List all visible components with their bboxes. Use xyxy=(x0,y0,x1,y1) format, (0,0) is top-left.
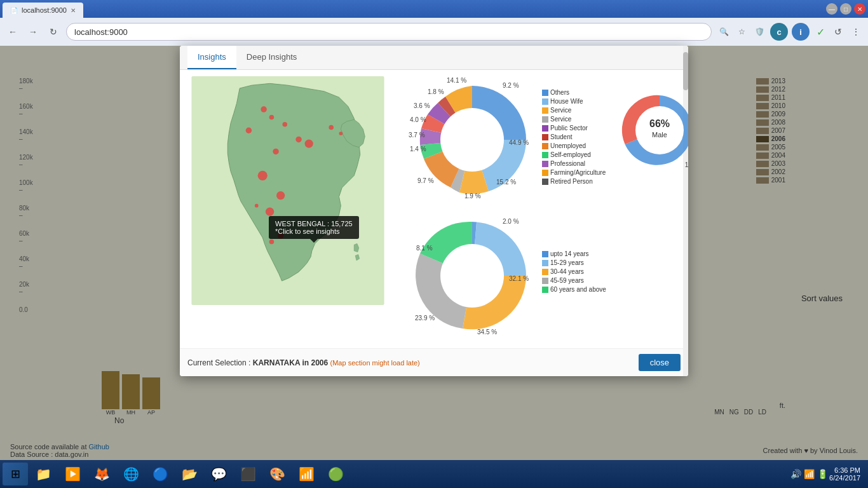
user-i-icon[interactable]: i xyxy=(792,23,810,41)
india-map-svg[interactable] xyxy=(186,76,390,305)
legend-others: Others xyxy=(550,89,569,96)
tab-close-icon[interactable]: ✕ xyxy=(71,7,76,14)
refresh-icon[interactable]: ↺ xyxy=(831,25,845,39)
male-count: 12,212 xyxy=(685,161,688,168)
charts-area: 9.2 % 44.9 % 15.2 % 1.9 % 9.7 % 1.4 % 3.… xyxy=(409,76,688,342)
svg-point-12 xyxy=(329,125,334,130)
current-selection-label: Current Selection : xyxy=(187,358,250,367)
modal-overlay: Insights Deep Insights xyxy=(0,46,868,460)
taskbar-terminal[interactable]: ⬛ xyxy=(234,463,262,485)
svg-text:15.2 %: 15.2 % xyxy=(496,179,516,186)
system-tray: 🔊 📶 🔋 xyxy=(790,469,828,479)
taskbar-time: 6:36 PM 6/24/2017 xyxy=(829,466,865,482)
svg-point-27 xyxy=(635,106,684,154)
menu-icon[interactable]: ⋮ xyxy=(849,25,863,39)
address-input[interactable] xyxy=(66,23,712,41)
svg-text:1.8 %: 1.8 % xyxy=(428,88,444,95)
svg-text:3.6 %: 3.6 % xyxy=(414,102,430,109)
svg-point-14 xyxy=(255,204,259,208)
tab-insights[interactable]: Insights xyxy=(187,46,236,69)
svg-point-10 xyxy=(305,139,313,147)
profession-chart: 9.2 % 44.9 % 15.2 % 1.9 % 9.7 % 1.4 % 3.… xyxy=(409,76,536,206)
svg-text:2.0 %: 2.0 % xyxy=(503,218,519,225)
bottom-charts-row: 2.0 % 32.1 % 34.5 % 23.9 % 8.1 % upto 14… xyxy=(409,212,688,342)
age-legend: upto 14 years 15-29 years 30-44 years 45… xyxy=(542,212,606,293)
profession-legend: Others House Wife Service Service Public… xyxy=(542,76,606,185)
close-window-button[interactable]: ✕ xyxy=(854,3,865,15)
taskbar-media[interactable]: ▶️ xyxy=(58,463,86,485)
svg-text:Male: Male xyxy=(652,131,667,139)
svg-point-3 xyxy=(282,122,287,127)
star-icon[interactable]: ☆ xyxy=(735,25,749,39)
minimize-button[interactable]: — xyxy=(826,3,837,15)
svg-point-30 xyxy=(440,244,504,308)
search-icon[interactable]: 🔍 xyxy=(717,25,731,39)
taskbar-paint[interactable]: 🎨 xyxy=(263,463,291,485)
start-button[interactable]: ⊞ xyxy=(3,463,28,485)
reload-button[interactable]: ↻ xyxy=(46,24,61,39)
taskbar-chrome[interactable]: 🌐 xyxy=(117,463,145,485)
svg-point-9 xyxy=(269,240,275,245)
svg-text:34.5 %: 34.5 % xyxy=(477,329,497,336)
check-icon[interactable]: ✓ xyxy=(813,25,827,39)
tab-deep-insights[interactable]: Deep Insights xyxy=(236,46,308,69)
tab-favicon: 📄 xyxy=(10,7,18,14)
svg-text:32.1 %: 32.1 % xyxy=(509,275,529,282)
forward-button[interactable]: → xyxy=(25,24,41,39)
taskbar-ie[interactable]: 🔵 xyxy=(146,463,174,485)
back-button[interactable]: ← xyxy=(5,24,20,39)
scrollbar-thumb[interactable] xyxy=(683,52,688,90)
top-charts-row: 9.2 % 44.9 % 15.2 % 1.9 % 9.7 % 1.4 % 3.… xyxy=(409,76,688,206)
current-selection: Current Selection : KARNATAKA in 2006 (M… xyxy=(187,358,420,367)
svg-point-4 xyxy=(273,149,278,154)
tab-title: localhost:9000 xyxy=(22,6,67,14)
map-area: WEST BENGAL : 15,725 *Click to see insig… xyxy=(186,76,402,342)
svg-point-1 xyxy=(246,128,252,133)
volume-icon[interactable]: 🔊 xyxy=(790,469,801,479)
address-bar-row: ← → ↻ 🔍 ☆ 🛡️ c i ✓ ↺ ⋮ xyxy=(0,18,868,46)
svg-text:44.9 %: 44.9 % xyxy=(509,139,529,146)
taskbar-wifi[interactable]: 📶 xyxy=(292,463,320,485)
svg-point-11 xyxy=(295,137,301,142)
svg-text:1.4 %: 1.4 % xyxy=(410,146,426,152)
svg-text:8.1 %: 8.1 % xyxy=(416,245,433,252)
svg-point-13 xyxy=(339,132,343,135)
time-display: 6:36 PM xyxy=(829,466,860,474)
svg-text:1.9 %: 1.9 % xyxy=(465,193,481,200)
svg-point-6 xyxy=(276,191,285,200)
modal-close-button[interactable]: close xyxy=(639,354,681,371)
date-display: 6/24/2017 xyxy=(829,474,860,482)
state-dot-north[interactable] xyxy=(261,106,266,112)
main-area: Suicide statictics of India - (2001 to 2… xyxy=(0,46,868,460)
taskbar: ⊞ 📁 ▶️ 🦊 🌐 🔵 📂 💬 ⬛ 🎨 📶 🟢 🔊 📶 🔋 6:36 PM 6… xyxy=(0,460,868,488)
modal-body: WEST BENGAL : 15,725 *Click to see insig… xyxy=(180,70,688,348)
svg-text:66%: 66% xyxy=(649,118,670,129)
extension1-icon[interactable]: 🛡️ xyxy=(752,25,766,39)
current-selection-note: (Map section might load late) xyxy=(330,359,420,367)
toolbar-icons: 🔍 ☆ 🛡️ c i ✓ ↺ ⋮ xyxy=(717,23,863,41)
title-bar: 📄 localhost:9000 ✕ — □ ✕ xyxy=(0,0,868,18)
battery-icon[interactable]: 🔋 xyxy=(817,469,828,479)
age-chart: 2.0 % 32.1 % 34.5 % 23.9 % 8.1 % xyxy=(409,212,536,342)
svg-point-7 xyxy=(266,208,274,216)
taskbar-firefox[interactable]: 🦊 xyxy=(88,463,116,485)
network-icon[interactable]: 📶 xyxy=(804,469,815,479)
svg-text:23.9 %: 23.9 % xyxy=(415,315,435,322)
taskbar-explorer[interactable]: 📁 xyxy=(29,463,57,485)
maximize-button[interactable]: □ xyxy=(840,3,851,15)
svg-text:4.0 %: 4.0 % xyxy=(410,116,426,123)
gender-chart: 66% Male 12,212 xyxy=(618,89,688,172)
browser-chrome: 📄 localhost:9000 ✕ — □ ✕ ← → ↻ 🔍 ☆ 🛡️ c … xyxy=(0,0,868,46)
svg-point-15 xyxy=(440,108,504,172)
modal-footer: Current Selection : KARNATAKA in 2006 (M… xyxy=(180,348,688,376)
svg-point-2 xyxy=(269,115,275,120)
modal-tabs: Insights Deep Insights xyxy=(180,46,688,70)
svg-text:14.1 %: 14.1 % xyxy=(447,77,466,84)
taskbar-skype[interactable]: 💬 xyxy=(205,463,233,485)
taskbar-folder[interactable]: 📂 xyxy=(175,463,203,485)
user-c-icon[interactable]: c xyxy=(770,23,788,41)
svg-point-5 xyxy=(258,171,268,180)
taskbar-upwork[interactable]: 🟢 xyxy=(322,463,349,485)
modal-dialog: Insights Deep Insights xyxy=(180,46,688,376)
browser-tab[interactable]: 📄 localhost:9000 ✕ xyxy=(3,3,83,18)
